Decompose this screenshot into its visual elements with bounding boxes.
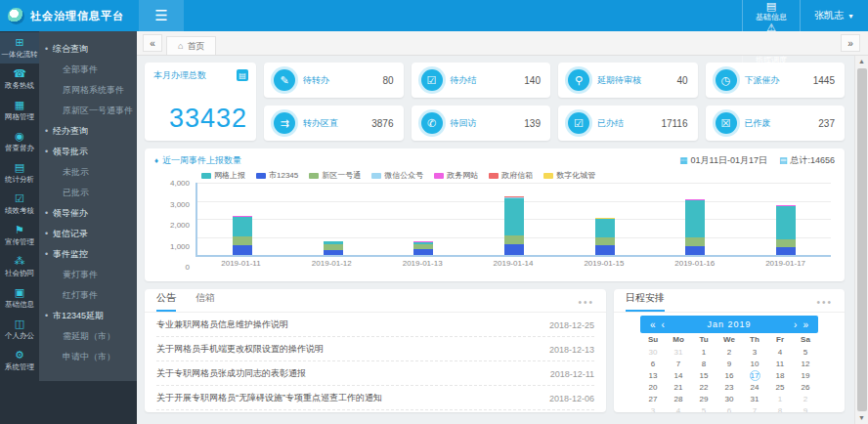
calendar-day-cell[interactable]: 4 (767, 346, 793, 358)
announcement-row[interactable]: 专业兼职网格员信息维护操作说明 2018-12-25 (156, 313, 594, 337)
bar-group[interactable] (288, 183, 379, 255)
submenu-item[interactable]: 黄灯事件 (39, 265, 137, 285)
calendar-day-cell[interactable]: 20 (640, 381, 666, 393)
calendar-day-cell[interactable]: 22 (691, 381, 716, 393)
calendar-day-cell[interactable]: 3 (640, 404, 666, 412)
stat-card[interactable]: ☑ 待办结 140 (412, 63, 551, 98)
schedule-title-tab[interactable]: 日程安排 (626, 291, 665, 312)
calendar-day-cell[interactable]: 27 (640, 393, 666, 404)
calendar-day-cell[interactable]: 1 (691, 346, 716, 358)
next-year-icon[interactable]: » (800, 319, 811, 330)
submenu-item[interactable]: 申请中（市） (39, 347, 137, 367)
vertical-scrollbar[interactable]: ▲ ▼ (854, 56, 868, 424)
prev-year-icon[interactable]: « (647, 319, 659, 330)
legend-item[interactable]: 网格上报 (201, 170, 245, 181)
calendar-day-cell[interactable]: 21 (666, 381, 691, 393)
calendar-day-cell[interactable]: 5 (691, 404, 716, 412)
calendar-day-cell[interactable]: 7 (742, 404, 767, 412)
calendar-day-cell[interactable]: 30 (716, 393, 742, 404)
prev-month-icon[interactable]: ‹ (659, 319, 668, 330)
module-rail-item[interactable]: ▣ 基础信息 (0, 282, 39, 314)
calendar-day-cell[interactable]: 29 (691, 393, 716, 404)
module-rail-item[interactable]: ⚙ 系统管理 (0, 345, 39, 376)
calendar-day-cell[interactable]: 8 (767, 404, 793, 412)
submenu-item[interactable]: 已批示 (39, 183, 137, 203)
stat-card[interactable]: ✆ 待回访 139 (412, 106, 551, 141)
calendar-day-cell[interactable]: 10 (742, 358, 767, 369)
legend-item[interactable]: 数字化城管 (543, 170, 595, 181)
calendar-day-cell[interactable]: 16 (716, 369, 742, 381)
submenu-item[interactable]: 市12345延期 (39, 306, 137, 326)
calendar-day-cell[interactable]: 26 (793, 381, 818, 393)
document-icon[interactable]: ▤ (237, 69, 248, 81)
calendar-day-cell[interactable]: 6 (640, 358, 666, 369)
legend-item[interactable]: 市12345 (256, 170, 298, 181)
more-menu-icon[interactable]: ••• (816, 297, 833, 312)
calendar-day-cell[interactable]: 31 (666, 346, 691, 358)
module-rail-item[interactable]: ▦ 网格管理 (0, 95, 39, 126)
bar-group[interactable] (197, 183, 288, 255)
bar-group[interactable] (740, 183, 831, 255)
calendar-day-cell[interactable]: 2 (793, 393, 818, 404)
calendar-day-cell[interactable]: 15 (691, 369, 716, 381)
submenu-item[interactable]: 未批示 (39, 162, 137, 183)
calendar-day-cell[interactable]: 9 (793, 404, 818, 412)
announcements-tab[interactable]: 信箱 (195, 291, 215, 312)
calendar-day-cell[interactable]: 1 (767, 393, 793, 404)
calendar-day-cell[interactable]: 28 (666, 393, 691, 404)
calendar-day-cell[interactable]: 5 (793, 346, 818, 358)
calendar-day-cell[interactable]: 23 (716, 381, 742, 393)
legend-item[interactable]: 新区一号通 (309, 170, 361, 181)
calendar-day-cell[interactable]: 9 (716, 358, 742, 369)
calendar-day-cell[interactable]: 8 (691, 358, 716, 369)
bar-group[interactable] (378, 183, 469, 255)
calendar-day-cell[interactable]: 3 (742, 346, 767, 358)
collapse-tabs-button[interactable]: « (143, 34, 162, 52)
calendar-day-cell[interactable]: 4 (666, 404, 691, 412)
module-rail-item[interactable]: ◫ 个人办公 (0, 314, 39, 345)
bar-group[interactable] (469, 183, 560, 255)
calendar-day-cell[interactable]: 24 (742, 381, 767, 393)
calendar-day-cell[interactable]: 13 (640, 369, 666, 381)
calendar-day-cell[interactable]: 19 (793, 369, 818, 381)
module-rail-item[interactable]: ▤ 统计分析 (0, 157, 39, 189)
submenu-item[interactable]: 经办查询 (39, 121, 137, 142)
bar-group[interactable] (559, 183, 650, 255)
calendar-month-label[interactable]: Jan 2019 (668, 319, 791, 329)
header-nav-button[interactable]: ▤ 基础信息 (742, 0, 800, 21)
calendar-day-cell[interactable]: 6 (716, 404, 742, 412)
tab-home[interactable]: ⌂ 首页 (166, 36, 216, 55)
submenu-item[interactable]: 领导催办 (39, 203, 137, 224)
stat-card[interactable]: ✎ 待转办 80 (264, 63, 404, 98)
stat-card[interactable]: ☑ 已办结 17116 (558, 106, 698, 141)
submenu-item[interactable]: 领导批示 (39, 142, 137, 162)
module-rail-item[interactable]: ⁂ 社会协同 (0, 251, 39, 282)
chart-date-range[interactable]: ▦01月11日-01月17日 (679, 154, 767, 167)
user-menu[interactable]: 张凯志 ▼ (800, 0, 868, 31)
scroll-up-icon[interactable]: ▲ (858, 56, 865, 67)
more-menu-icon[interactable]: ••• (578, 297, 594, 312)
announcement-row[interactable]: 关于网格员手机端更改权限设置的操作说明 2018-12-13 (156, 337, 594, 361)
bar-group[interactable] (650, 183, 741, 255)
next-month-icon[interactable]: › (791, 319, 800, 330)
submenu-item[interactable]: 事件监控 (39, 244, 137, 265)
expand-tabs-button[interactable]: » (841, 34, 860, 52)
calendar-day-cell[interactable]: 17 (742, 369, 767, 381)
module-rail-item[interactable]: ◉ 督查督办 (0, 126, 39, 157)
submenu-item[interactable]: 原新区一号通事件 (39, 101, 137, 121)
calendar-day-cell[interactable]: 7 (666, 358, 691, 369)
announcement-row[interactable]: 关于专职网格员张成功同志的表彰通报 2018-12-11 (156, 361, 594, 386)
stat-card[interactable]: ◷ 下派催办 1445 (706, 63, 846, 98)
submenu-item[interactable]: 短信记录 (39, 224, 137, 244)
announcements-tab[interactable]: 公告 (156, 291, 176, 312)
calendar-day-cell[interactable]: 14 (666, 369, 691, 381)
module-rail-item[interactable]: ☑ 绩效考核 (0, 189, 39, 220)
announcement-row[interactable]: 关于开展专职网格员“无障碍设施”专项重点巡查工作的通知 2018-12-06 (156, 386, 594, 410)
calendar-day-cell[interactable]: 30 (640, 346, 666, 358)
stat-card[interactable]: ☒ 已作废 237 (706, 106, 846, 141)
stat-card[interactable]: ⇉ 转办区直 3876 (264, 106, 404, 141)
legend-item[interactable]: 政府信箱 (489, 170, 533, 181)
stat-card[interactable]: ⚲ 延期待审核 40 (558, 63, 698, 98)
calendar-day-cell[interactable]: 11 (767, 358, 793, 369)
submenu-item[interactable]: 原网格系统事件 (39, 80, 137, 101)
